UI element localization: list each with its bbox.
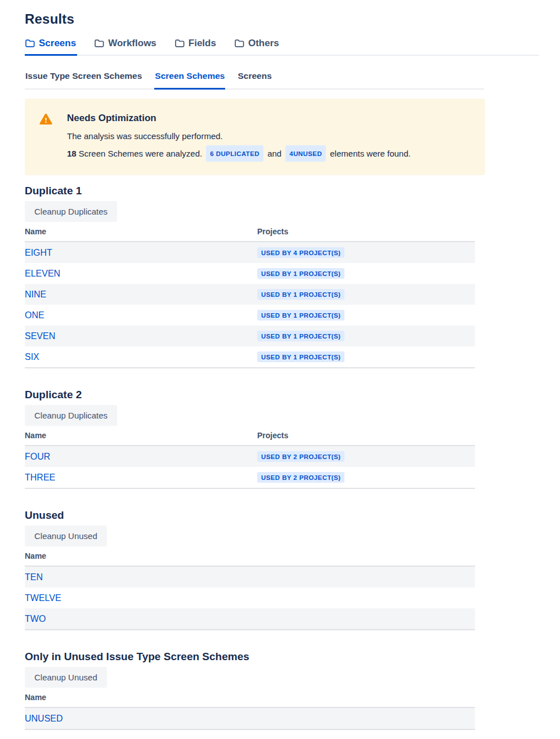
section-heading: Unused <box>25 509 560 522</box>
table-row: TWELVE <box>25 587 475 608</box>
scheme-link[interactable]: UNUSED <box>25 714 63 723</box>
table-row: SEVEN USED BY 1 PROJECT(S) <box>25 326 475 346</box>
warning-icon <box>39 113 52 127</box>
scheme-link[interactable]: TWO <box>25 614 46 624</box>
cleanup-duplicates-button[interactable]: Cleanup Duplicates <box>25 201 117 222</box>
tab-label: Screens <box>39 38 76 49</box>
subtab-screens[interactable]: Screens <box>237 71 272 90</box>
scheme-link[interactable]: NINE <box>25 290 46 299</box>
table-row: FOUR USED BY 2 PROJECT(S) <box>25 446 475 467</box>
scheme-link[interactable]: TEN <box>25 572 43 582</box>
subtab-bar: Issue Type Screen Schemes Screen Schemes… <box>25 71 484 90</box>
scheme-link[interactable]: THREE <box>25 473 55 482</box>
scheme-link[interactable]: FOUR <box>25 452 50 461</box>
section-unused: Unused Cleanup Unused Name TEN TWELVE TW… <box>25 509 560 630</box>
section-heading: Duplicate 2 <box>25 389 560 401</box>
column-header-projects: Projects <box>257 227 475 236</box>
section-duplicate-1: Duplicate 1 Cleanup Duplicates Name Proj… <box>25 185 560 368</box>
used-by-badge: USED BY 1 PROJECT(S) <box>257 310 344 320</box>
duplicate-2-table: Name Projects FOUR USED BY 2 PROJECT(S) … <box>25 431 475 489</box>
table-header: Name Projects <box>25 227 475 242</box>
unused-count-badge: 4UNUSED <box>285 145 326 162</box>
tab-label: Others <box>248 38 279 49</box>
section-heading: Duplicate 1 <box>25 185 560 197</box>
banner-text: and <box>265 149 284 158</box>
column-header-projects: Projects <box>257 431 475 440</box>
column-header-name: Name <box>25 431 257 440</box>
subtab-issue-type-screen-schemes[interactable]: Issue Type Screen Schemes <box>25 71 142 90</box>
folder-icon <box>174 39 185 48</box>
banner-body: Needs Optimization The analysis was succ… <box>67 113 411 162</box>
banner-text: Screen Schemes were analyzed. <box>77 149 205 158</box>
page-title: Results <box>25 11 560 27</box>
table-row: THREE USED BY 2 PROJECT(S) <box>25 467 475 488</box>
column-header-name: Name <box>25 551 257 560</box>
tab-fields[interactable]: Fields <box>174 38 217 56</box>
tab-label: Workflows <box>108 38 156 49</box>
tab-others[interactable]: Others <box>234 38 280 56</box>
table-row: ELEVEN USED BY 1 PROJECT(S) <box>25 263 475 284</box>
section-only-in-unused-issue-type-screen-schemes: Only in Unused Issue Type Screen Schemes… <box>25 651 560 730</box>
only-in-unused-table: Name UNUSED <box>25 693 475 730</box>
cleanup-duplicates-button[interactable]: Cleanup Duplicates <box>25 405 117 426</box>
scheme-link[interactable]: SEVEN <box>25 331 55 341</box>
section-heading: Only in Unused Issue Type Screen Schemes <box>25 651 560 663</box>
table-row: SIX USED BY 1 PROJECT(S) <box>25 346 475 367</box>
scheme-link[interactable]: SIX <box>25 352 39 362</box>
tab-screens[interactable]: Screens <box>25 38 77 56</box>
table-header: Name <box>25 551 475 567</box>
used-by-badge: USED BY 4 PROJECT(S) <box>257 247 344 258</box>
table-row: ONE USED BY 1 PROJECT(S) <box>25 305 475 326</box>
table-row: TEN <box>25 567 475 587</box>
results-page: Results Screens Workflows Fields Others … <box>0 0 560 730</box>
column-header-name: Name <box>25 227 257 236</box>
tab-bar: Screens Workflows Fields Others <box>25 38 539 56</box>
banner-text: elements were found. <box>328 149 411 158</box>
scheme-link[interactable]: ELEVEN <box>25 269 60 278</box>
used-by-badge: USED BY 1 PROJECT(S) <box>257 289 344 300</box>
banner-line-2: 18 Screen Schemes were analyzed. 6 DUPLI… <box>67 145 411 162</box>
analyzed-count: 18 <box>67 149 77 158</box>
column-header-name: Name <box>25 693 257 702</box>
table-row: EIGHT USED BY 4 PROJECT(S) <box>25 242 475 263</box>
table-header: Name Projects <box>25 431 475 446</box>
banner-line-1: The analysis was successfully performed. <box>67 130 411 143</box>
used-by-badge: USED BY 2 PROJECT(S) <box>257 472 344 483</box>
folder-icon <box>25 39 35 48</box>
table-row: NINE USED BY 1 PROJECT(S) <box>25 284 475 305</box>
section-duplicate-2: Duplicate 2 Cleanup Duplicates Name Proj… <box>25 389 560 489</box>
used-by-badge: USED BY 1 PROJECT(S) <box>257 331 344 341</box>
used-by-badge: USED BY 1 PROJECT(S) <box>257 268 344 279</box>
duplicate-1-table: Name Projects EIGHT USED BY 4 PROJECT(S)… <box>25 227 475 368</box>
warning-banner: Needs Optimization The analysis was succ… <box>25 99 485 175</box>
tab-workflows[interactable]: Workflows <box>94 38 158 56</box>
folder-icon <box>234 39 244 48</box>
scheme-link[interactable]: TWELVE <box>25 593 61 603</box>
cleanup-unused-button[interactable]: Cleanup Unused <box>25 526 107 546</box>
table-row: TWO <box>25 608 475 629</box>
folder-icon <box>94 39 104 48</box>
table-row: UNUSED <box>25 708 475 729</box>
scheme-link[interactable]: ONE <box>25 310 44 320</box>
tab-label: Fields <box>189 38 216 49</box>
subtab-screen-schemes[interactable]: Screen Schemes <box>154 71 225 90</box>
duplicated-count-badge: 6 DUPLICATED <box>206 145 263 162</box>
used-by-badge: USED BY 1 PROJECT(S) <box>257 351 344 362</box>
unused-table: Name TEN TWELVE TWO <box>25 551 475 630</box>
table-header: Name <box>25 693 475 708</box>
banner-title: Needs Optimization <box>67 113 411 124</box>
used-by-badge: USED BY 2 PROJECT(S) <box>257 451 344 462</box>
cleanup-unused-button[interactable]: Cleanup Unused <box>25 667 107 688</box>
scheme-link[interactable]: EIGHT <box>25 248 52 257</box>
